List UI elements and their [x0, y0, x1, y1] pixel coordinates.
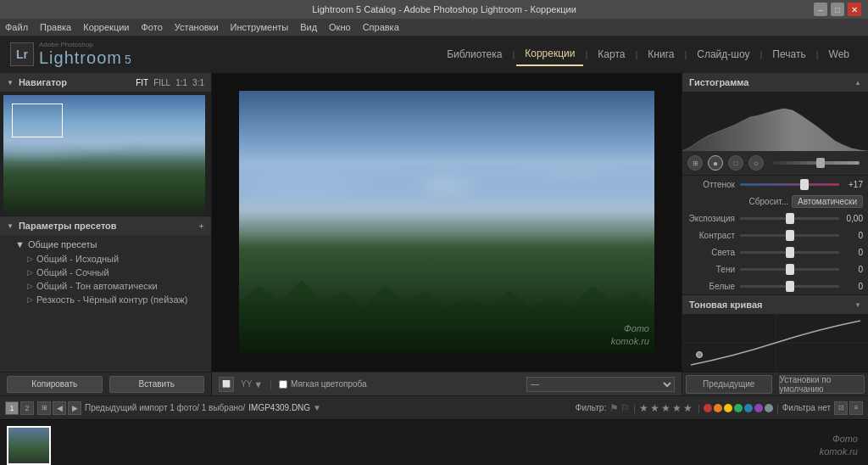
presets-title: Параметры пресетов — [19, 221, 117, 231]
flag-icon[interactable]: ⚑ — [609, 402, 619, 414]
presets-panel: ▼ Параметры пресетов + ▼ Общие пресеты ▷… — [0, 216, 211, 372]
zoom-fit[interactable]: FIT — [136, 78, 148, 87]
preset-icon-1: ▷ — [27, 268, 33, 277]
zoom-3to1[interactable]: 3:1 — [192, 78, 204, 87]
curve-control-point[interactable] — [696, 351, 703, 358]
watermark: Фотоkomok.ru — [611, 322, 649, 347]
menu-edit[interactable]: Правка — [40, 22, 71, 32]
preset-item-rich[interactable]: ▷ Общий - Сочный — [0, 266, 211, 279]
prev-arrow-btn[interactable]: ◀ — [53, 401, 66, 415]
presets-header[interactable]: ▼ Параметры пресетов + — [0, 216, 211, 235]
zoom-fill[interactable]: FILL — [153, 78, 170, 87]
tone-slider[interactable] — [740, 183, 839, 186]
yy-dropdown-icon[interactable]: ▼ — [253, 379, 263, 389]
nav-map[interactable]: Карта — [589, 43, 633, 65]
tone-curve-header[interactable]: Тоновая кривая ▼ — [682, 295, 868, 314]
minimize-button[interactable]: – — [814, 3, 827, 16]
copy-button[interactable]: Копировать — [7, 376, 103, 393]
menu-corrections[interactable]: Коррекции — [83, 22, 129, 32]
nav-web[interactable]: Web — [821, 43, 858, 65]
logo-version: 5 — [125, 53, 131, 66]
preset-icon-3: ▷ — [27, 295, 33, 304]
right-panel: Гистограмма ▲ — [682, 73, 868, 395]
lights-row: Света 0 — [682, 244, 868, 261]
hist-btn-square[interactable]: □ — [728, 155, 743, 171]
filename-dropdown-icon[interactable]: ▼ — [313, 403, 321, 412]
nav-sep-2: | — [583, 49, 589, 59]
reset-auto-row: Сбросит... Автоматически — [682, 193, 868, 210]
frame-icon-btn[interactable]: ⬜ — [219, 377, 234, 392]
hist-btn-circle2[interactable]: ○ — [748, 155, 764, 171]
tone-value: +17 — [839, 180, 863, 189]
hist-btn-circle[interactable]: ● — [708, 155, 723, 171]
soft-proof-check[interactable]: Мягкая цветопроба — [279, 379, 367, 389]
toolbar-select[interactable]: — — [526, 377, 675, 392]
paste-button[interactable]: Вставить — [109, 376, 205, 393]
presets-triangle: ▼ — [7, 222, 14, 230]
default-button[interactable]: Установки по умолчанию — [779, 375, 865, 394]
page-btn-2[interactable]: 2 — [20, 401, 34, 415]
menu-file[interactable]: Файл — [5, 22, 28, 32]
nav-print[interactable]: Печать — [764, 43, 814, 65]
histogram-header[interactable]: Гистограмма ▲ — [682, 73, 868, 92]
navigator-preview — [0, 92, 211, 216]
exposure-slider[interactable] — [740, 217, 839, 220]
page-btn-1[interactable]: 1 — [5, 401, 19, 415]
star-filter[interactable]: ★★★★★ — [639, 402, 694, 414]
histogram-title: Гистограмма — [689, 77, 748, 87]
grid-view-btns: ⊞ ◀ ▶ — [37, 401, 81, 415]
zoom-1to1[interactable]: 1:1 — [175, 78, 187, 87]
maximize-button[interactable]: □ — [831, 3, 844, 16]
yellow-filter[interactable] — [724, 404, 732, 412]
flag-icons: ⚑ ⚐ — [609, 402, 630, 414]
fotokomok-watermark: Фотоkomok.ru — [820, 433, 858, 457]
navigator-header[interactable]: ▼ Навигатор FIT FILL 1:1 3:1 — [0, 73, 211, 92]
menu-photo[interactable]: Фото — [142, 22, 163, 32]
close-button[interactable]: ✕ — [848, 3, 861, 16]
contrast-slider[interactable] — [740, 234, 839, 237]
nav-develop[interactable]: Коррекции — [516, 42, 583, 66]
view-btn-1[interactable]: ⊡ — [834, 401, 848, 415]
menu-view[interactable]: Вид — [300, 22, 317, 32]
filmstrip-thumb-1[interactable] — [7, 426, 51, 465]
unflag-icon[interactable]: ⚐ — [620, 402, 630, 414]
shadows-slider[interactable] — [740, 268, 839, 271]
preset-item-original[interactable]: ▷ Общий - Исходный — [0, 252, 211, 266]
filename-label: IMGP4309.DNG ▼ — [248, 403, 321, 412]
nav-library[interactable]: Библиотека — [438, 43, 510, 65]
view-btn-2[interactable]: ≡ — [849, 401, 863, 415]
menu-window[interactable]: Окно — [329, 22, 351, 32]
nav-image — [3, 95, 205, 212]
grid-btn[interactable]: ⊞ — [37, 401, 51, 415]
preset-item-auto-tone[interactable]: ▷ Общий - Тон автоматически — [0, 279, 211, 293]
menu-settings[interactable]: Установки — [175, 22, 219, 32]
purple-filter[interactable] — [754, 404, 763, 412]
soft-proof-checkbox[interactable] — [279, 380, 287, 389]
filter-sep2: | — [698, 403, 700, 413]
gray-filter[interactable] — [765, 404, 773, 412]
hist-exposure-slider[interactable] — [772, 161, 860, 165]
header: Lr Adobe Photoshop Lightroom 5 Библиотек… — [0, 36, 868, 73]
lights-slider[interactable] — [740, 251, 839, 254]
reset-link[interactable]: Сбросит... — [749, 197, 788, 206]
blue-filter[interactable] — [744, 404, 753, 412]
preset-icon-2: ▷ — [27, 282, 33, 290]
nav-book[interactable]: Книга — [639, 43, 682, 65]
green-filter[interactable] — [734, 404, 743, 412]
hist-btn-grid[interactable]: ⊞ — [687, 155, 703, 171]
nav-slideshow[interactable]: Слайд-шоу — [688, 43, 758, 65]
next-arrow-btn[interactable]: ▶ — [68, 401, 81, 415]
red-filter[interactable] — [704, 404, 712, 412]
previous-button[interactable]: Предыдущие — [686, 375, 772, 394]
auto-button[interactable]: Автоматически — [792, 195, 863, 208]
orange-filter[interactable] — [714, 404, 722, 412]
preset-section-header-general[interactable]: ▼ Общие пресеты — [0, 237, 211, 252]
navigator-panel: ▼ Навигатор FIT FILL 1:1 3:1 — [0, 73, 211, 216]
preset-item-sharpness[interactable]: ▷ Резкость - Чёрный контур (пейзаж) — [0, 293, 211, 306]
whites-slider[interactable] — [740, 285, 839, 288]
copy-paste-area: Копировать Вставить — [0, 372, 211, 395]
menu-help[interactable]: Справка — [363, 22, 399, 32]
whites-thumb — [786, 281, 794, 292]
presets-add-icon[interactable]: + — [199, 221, 204, 231]
menu-tools[interactable]: Инструменты — [231, 22, 289, 32]
